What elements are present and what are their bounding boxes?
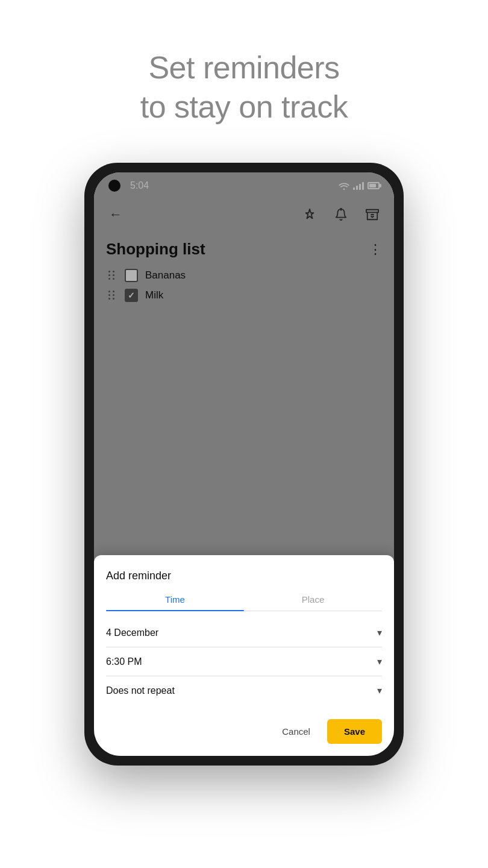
repeat-dropdown[interactable]: Does not repeat ▾ xyxy=(106,676,382,705)
page-headline: Set reminders to stay on track xyxy=(140,48,348,127)
dialog-actions: Cancel Save xyxy=(106,719,382,744)
repeat-dropdown-arrow: ▾ xyxy=(377,685,382,696)
cancel-button[interactable]: Cancel xyxy=(272,720,320,743)
save-button[interactable]: Save xyxy=(327,719,382,744)
time-dropdown[interactable]: 6:30 PM ▾ xyxy=(106,647,382,676)
date-dropdown[interactable]: 4 December ▾ xyxy=(106,618,382,647)
phone-mockup: 5:04 xyxy=(84,163,404,766)
dialog-title: Add reminder xyxy=(106,570,382,582)
tab-place[interactable]: Place xyxy=(244,594,382,611)
time-dropdown-arrow: ▾ xyxy=(377,656,382,667)
add-reminder-dialog: Add reminder Time Place 4 December ▾ 6:3… xyxy=(94,555,394,756)
tab-row: Time Place xyxy=(106,594,382,611)
tab-time[interactable]: Time xyxy=(106,594,244,611)
headline-line2: to stay on track xyxy=(140,89,348,124)
date-dropdown-arrow: ▾ xyxy=(377,627,382,638)
headline-line1: Set reminders xyxy=(148,50,339,85)
note-area: Shopping list ⋮ Bananas xyxy=(94,230,394,723)
date-label: 4 December xyxy=(106,627,158,638)
modal-overlay: Add reminder Time Place 4 December ▾ 6:3… xyxy=(94,172,394,756)
repeat-label: Does not repeat xyxy=(106,685,175,696)
time-label: 6:30 PM xyxy=(106,656,142,667)
phone-screen: 5:04 xyxy=(94,172,394,756)
